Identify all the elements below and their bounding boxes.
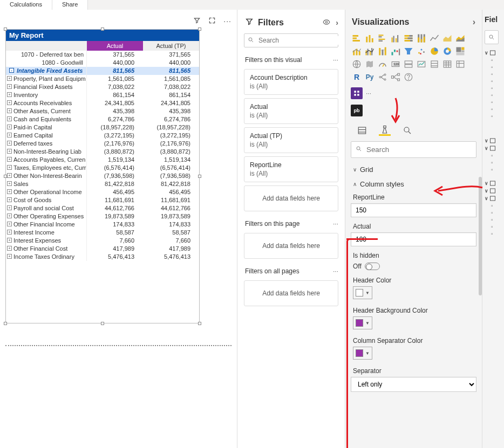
- table-row[interactable]: +Taxes, Employees etc, Curr(6,576,414)(6…: [6, 164, 199, 172]
- tab-share[interactable]: Share: [52, 0, 88, 10]
- collapse-pane-icon[interactable]: ›: [336, 18, 338, 27]
- ribbon-chart-icon[interactable]: [377, 45, 389, 57]
- table-row[interactable]: +Other Assets, Current435,398435,398: [6, 107, 199, 115]
- table-row[interactable]: +Accounts Receivables24,341,80524,341,80…: [6, 99, 199, 107]
- table-row[interactable]: +Financial Fixed Assets7,038,0227,038,02…: [6, 83, 199, 91]
- stacked-column-icon[interactable]: [364, 32, 376, 44]
- expand-icon[interactable]: +: [7, 238, 12, 243]
- col-header-actual[interactable]: Actual: [87, 41, 143, 51]
- resize-handle[interactable]: [198, 175, 201, 178]
- fields-column-item[interactable]: ▫: [485, 99, 502, 105]
- fields-table-item[interactable]: ∨: [485, 145, 502, 151]
- table-row[interactable]: +Inventory861,154861,154: [6, 91, 199, 99]
- expand-icon[interactable]: +: [7, 157, 12, 162]
- table-row[interactable]: +Cost of Goods11,681,69111,681,691: [6, 196, 199, 204]
- multi-card-icon[interactable]: [403, 58, 414, 70]
- stacked-area-icon[interactable]: [454, 32, 466, 44]
- fields-table-item[interactable]: ∨: [485, 50, 502, 56]
- expand-icon[interactable]: +: [7, 246, 12, 251]
- table-row[interactable]: +Accounts Payables, Curren1,519,1341,519…: [6, 156, 199, 164]
- expand-icon[interactable]: +: [7, 125, 12, 129]
- table-row[interactable]: +Interest Income58,58758,587: [6, 229, 199, 237]
- analytics-tab-icon[interactable]: [401, 125, 413, 136]
- expand-icon[interactable]: +: [7, 205, 12, 210]
- more-visuals-icon[interactable]: ···: [366, 87, 371, 99]
- matrix-icon[interactable]: [454, 58, 466, 70]
- pie-chart-icon[interactable]: [428, 45, 440, 57]
- key-influencers-icon[interactable]: [377, 71, 389, 83]
- line-clustered-column-icon[interactable]: [364, 45, 376, 57]
- expand-icon[interactable]: +: [7, 173, 12, 178]
- fields-table-item[interactable]: ∨: [485, 188, 502, 194]
- header-bg-picker[interactable]: ▼: [353, 316, 372, 329]
- fields-table-item[interactable]: ∨: [485, 180, 502, 187]
- fields-column-item[interactable]: ▫: [485, 106, 502, 112]
- expand-icon[interactable]: +: [7, 141, 12, 146]
- table-row[interactable]: +Other Financial Cost417,989417,989: [6, 245, 199, 253]
- expand-icon[interactable]: +: [7, 189, 12, 194]
- table-row[interactable]: +Paid-in Capital(18,957,228)(18,957,228): [6, 123, 199, 132]
- scrollbar[interactable]: [479, 177, 482, 295]
- section-grid[interactable]: ∨Grid: [345, 162, 482, 177]
- expand-icon[interactable]: +: [7, 213, 12, 218]
- fields-table-item[interactable]: ∨: [485, 137, 502, 144]
- expand-icon[interactable]: +: [7, 108, 12, 113]
- waterfall-icon[interactable]: [390, 45, 401, 57]
- r-visual-icon[interactable]: R: [351, 71, 363, 83]
- expand-icon[interactable]: +: [7, 84, 12, 89]
- fields-tab-icon[interactable]: [356, 125, 368, 136]
- table-row[interactable]: +Other Operating Expenses19,873,58919,87…: [6, 212, 199, 220]
- fields-search[interactable]: [485, 30, 499, 44]
- resize-handle[interactable]: [198, 322, 201, 325]
- format-search[interactable]: [351, 141, 476, 158]
- map-icon[interactable]: [351, 58, 363, 70]
- fields-column-item[interactable]: ▫: [485, 113, 502, 119]
- reportline-width-input[interactable]: [351, 203, 476, 217]
- table-row[interactable]: 1080 - Goodwill440,000440,000: [6, 59, 199, 67]
- stacked-bar-100-icon[interactable]: [403, 32, 414, 44]
- expand-icon[interactable]: +: [7, 197, 12, 202]
- fields-table-item[interactable]: ∨: [485, 195, 502, 202]
- table-row[interactable]: +Sales81,422,81881,422,818: [6, 180, 199, 188]
- resize-handle[interactable]: [101, 322, 104, 325]
- slicer-icon[interactable]: [428, 58, 440, 70]
- fields-column-item[interactable]: ▫: [485, 160, 502, 166]
- expand-icon[interactable]: +: [7, 181, 12, 186]
- expand-icon[interactable]: +: [7, 92, 12, 97]
- table-row[interactable]: +Income Taxes Ordinary5,476,4135,476,413: [6, 253, 199, 261]
- fields-column-item[interactable]: ▫: [485, 224, 502, 230]
- custom-visual-icon[interactable]: [351, 87, 363, 99]
- fields-column-item[interactable]: ▫: [485, 217, 502, 223]
- funnel-icon[interactable]: [403, 45, 414, 57]
- table-row[interactable]: +Earned Capital(3,272,195)(3,272,195): [6, 132, 199, 140]
- expand-icon[interactable]: +: [7, 254, 12, 259]
- tab-calculations[interactable]: Calculations: [0, 0, 52, 10]
- stacked-column-100-icon[interactable]: [416, 32, 427, 44]
- card-icon[interactable]: 123: [390, 58, 401, 70]
- fields-column-item[interactable]: ▫: [485, 71, 502, 77]
- separator-select[interactable]: Left only: [351, 377, 476, 392]
- fields-column-item[interactable]: ▫: [485, 167, 502, 173]
- stacked-bar-icon[interactable]: [351, 32, 363, 44]
- expand-icon[interactable]: -: [9, 68, 14, 73]
- collapse-pane-icon[interactable]: ›: [473, 17, 475, 27]
- table-row[interactable]: +Other Operational Income456,495456,495: [6, 188, 199, 196]
- filled-map-icon[interactable]: [364, 58, 376, 70]
- filter-card[interactable]: Actualis (All): [244, 98, 338, 124]
- resize-handle[interactable]: [4, 27, 7, 31]
- header-color-picker[interactable]: ▼: [353, 286, 372, 299]
- filter-icon[interactable]: [193, 17, 201, 26]
- more-icon[interactable]: ···: [333, 267, 338, 275]
- treemap-icon[interactable]: [454, 45, 466, 57]
- report-canvas[interactable]: ··· My Report Actual Actual (TP) 1070 - …: [0, 10, 237, 448]
- col-sep-color-picker[interactable]: ▼: [353, 347, 372, 360]
- hide-pane-icon[interactable]: [323, 18, 330, 27]
- filter-card[interactable]: Actual (TP)is (All): [244, 127, 338, 153]
- fields-column-item[interactable]: ▫: [485, 231, 502, 237]
- clustered-column-icon[interactable]: [390, 32, 401, 44]
- visual-drop-area[interactable]: Add data fields here: [244, 185, 338, 211]
- fields-column-item[interactable]: ▫: [485, 57, 502, 63]
- table-row[interactable]: 1070 - Deferred tax ben371,565371,565: [6, 51, 199, 59]
- filter-card[interactable]: ReportLineis (All): [244, 156, 338, 182]
- kpi-icon[interactable]: [416, 58, 427, 70]
